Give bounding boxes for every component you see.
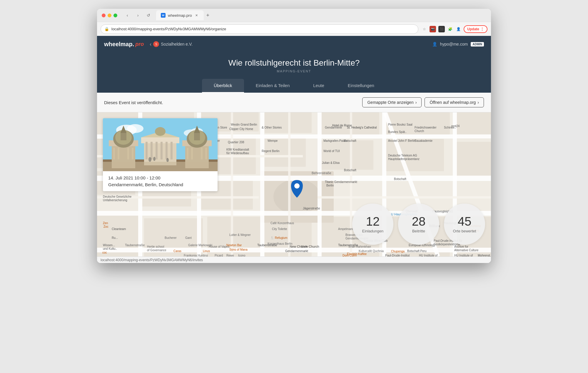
tab-overview[interactable]: Überblick [202,79,244,93]
stat-circle-invitations: 12 Einladungen [352,204,393,245]
invitations-label: Einladungen [362,229,383,233]
svg-text:Hertie school: Hertie school [147,245,164,248]
svg-text:Quartier 208: Quartier 208 [228,141,244,144]
tab-people[interactable]: Leute [301,79,336,93]
svg-text:Rewe: Rewe [226,254,234,257]
tab-close-button[interactable]: ✕ [194,13,199,18]
event-header: Wie rollstuhlgerecht ist Berlin-Mitte? M… [97,52,491,93]
svg-rect-173 [161,142,163,159]
tab-settings-label: Einstellungen [348,83,374,88]
svg-text:Newton Bar: Newton Bar [226,244,242,247]
svg-text:Pierre Boulez Saal: Pierre Boulez Saal [388,123,412,126]
svg-text:Bauakademie: Bauakademie [415,139,433,142]
cast-icon[interactable]: ⬛ [438,26,445,32]
svg-point-190 [166,158,169,162]
svg-text:Clipper City Home: Clipper City Home [229,127,253,131]
minimize-traffic-light[interactable] [108,14,111,17]
forward-button[interactable]: › [134,11,142,19]
tab-settings[interactable]: Einstellungen [336,79,386,93]
svg-rect-33 [260,112,264,257]
svg-rect-171 [151,142,153,159]
address-bar[interactable]: 🔒 localhost:4000/mapping-events/PzWDyNv3… [101,24,418,34]
svg-text:Frankonia Hunting: Frankonia Hunting [184,254,208,257]
svg-text:Ru...: Ru... [112,236,118,239]
svg-text:New Church: New Church [301,245,319,248]
svg-text:Konzerthaus Berlin: Konzerthaus Berlin [268,242,293,245]
update-button[interactable]: Update ⋮ [464,25,487,33]
invitations-number: 12 [366,215,380,228]
open-wheelmap-label: Öffnen auf wheelmap.org [430,100,476,105]
lock-icon: 🔒 [104,27,109,31]
tab-overview-label: Überblick [214,83,232,88]
svg-text:Gendarmenmarkt: Gendarmenmarkt [285,249,308,253]
back-chevron-icon: ‹ [150,41,151,47]
extensions-icon[interactable]: 🧩 [447,26,453,32]
status-bar: Dieses Event ist veröffentlicht. Gemappt… [97,93,491,112]
update-label: Update [467,27,479,31]
browser-window: ‹ › ↺ W wheelmap.pro ✕ + 🔒 localhost:400… [97,9,491,263]
chevron-right-icon-2: › [477,100,479,105]
mapped-places-button[interactable]: Gemappte Orte anzeigen › [362,97,422,107]
svg-text:Regent Berlin: Regent Berlin [262,149,280,153]
event-date: 14. Juli 2021 10:00 - 12:00 [108,175,212,180]
svg-text:& Other Stories: & Other Stories [262,126,282,129]
mapped-places-label: Gemappte Orte anzeigen [367,100,413,105]
svg-text:Einstein Kaffee: Einstein Kaffee [347,252,367,256]
svg-text:Jägerstraße: Jägerstraße [303,207,320,210]
browser-status-bar: localhost:4000/mapping-events/PzWDyNv3MG… [97,257,491,263]
tab-people-label: Leute [313,83,324,88]
app-content: wheelmap.pro ‹ S Sozialhelden e.V. 👤 hyp… [97,36,491,257]
browser-nav: ‹ › ↺ [123,11,153,19]
svg-text:Botschaft: Botschaft [344,139,356,142]
svg-text:Sons of Mana: Sons of Mana [229,248,248,251]
svg-text:Hauptstadtrepräsentanz: Hauptstadtrepräsentanz [388,157,420,161]
svg-rect-34 [318,112,322,257]
back-button[interactable]: ‹ [123,11,131,19]
stat-circle-joins: 28 Beitritte [398,204,439,245]
joins-label: Beitritte [412,229,425,233]
svg-rect-41 [288,112,290,257]
joins-number: 28 [412,215,426,228]
svg-text:Gant: Gant [185,236,192,239]
svg-rect-186 [201,148,203,159]
stat-circle-places: 45 Orte bewertet [444,204,485,245]
svg-text:Westin Grand Berlin: Westin Grand Berlin [231,123,257,126]
svg-rect-39 [318,196,491,199]
event-location: Gendarmenmarkt, Berlin, Deutschland [108,182,212,187]
profile-icon[interactable]: 👤 [455,26,461,32]
address-bar-row: 🔒 localhost:4000/mapping-events/PzWDyNv3… [97,22,491,36]
event-photo [103,118,218,171]
svg-rect-185 [191,148,193,159]
open-wheelmap-button[interactable]: Öffnen auf wheelmap.org › [425,97,484,107]
tab-invite-label: Einladen & Teilen [256,83,290,88]
new-tab-button[interactable]: + [204,11,212,19]
svg-text:Icono: Icono [238,254,245,257]
svg-text:Wissen...: Wissen... [103,244,115,247]
refresh-button[interactable]: ↺ [144,11,153,19]
bookmark-icon[interactable]: ☆ [421,26,427,32]
svg-rect-175 [171,142,173,159]
tab-invite[interactable]: Einladen & Teilen [244,79,302,93]
svg-text:Café Konzerthaus: Café Konzerthaus [270,222,294,225]
svg-text:Picard: Picard [215,254,223,257]
svg-text:Deutsche Telekom AG: Deutsche Telekom AG [388,154,417,157]
svg-text:Arcotel John F Berlin: Arcotel John F Berlin [388,139,415,142]
browser-tab-active[interactable]: W wheelmap.pro ✕ [156,10,204,20]
screenshot-icon[interactable]: 📷 [430,26,436,32]
back-to-org-link[interactable]: ‹ S Sozialhelden e.V. [150,41,193,47]
event-title: Wie rollstuhlgerecht ist Berlin-Mitte? [104,58,484,68]
svg-rect-17 [456,142,491,177]
close-traffic-light[interactable] [102,14,106,17]
svg-rect-167 [132,148,133,159]
svg-rect-164 [113,148,115,159]
map-container[interactable]: Behrenstraße Behrenstraße Taubenstraße T… [97,112,491,257]
places-number: 45 [458,215,472,228]
svg-text:Ampelmann: Ampelmann [338,227,354,231]
svg-text:Friedrichswerder: Friedrichswerder [415,126,437,129]
maximize-traffic-light[interactable] [113,14,117,17]
svg-text:Caras: Caras [173,249,181,253]
header-user: 👤 hypo@me.com ADMIN [432,42,484,46]
app-header: wheelmap.pro ‹ S Sozialhelden e.V. 👤 hyp… [97,36,491,52]
svg-rect-170 [146,142,148,159]
svg-text:Zoc: Zoc [103,225,108,228]
